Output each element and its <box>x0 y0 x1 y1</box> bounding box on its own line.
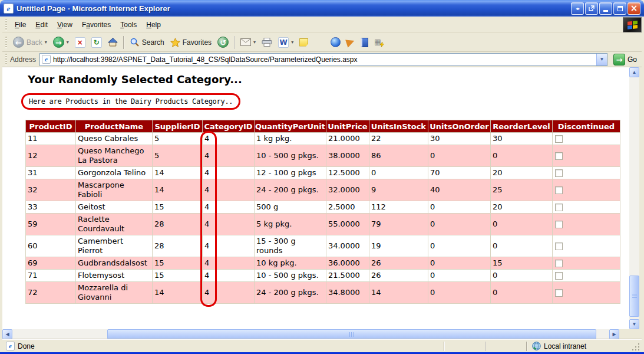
back-dropdown-chevron-icon[interactable]: ▾ <box>45 40 47 45</box>
cell-productname: Flotemysost <box>76 270 153 282</box>
ie-icon: e <box>4 4 14 14</box>
status-message: Done <box>18 342 35 350</box>
stop-button[interactable]: × <box>72 35 88 50</box>
mobile-favorites-button[interactable]: ▦ <box>371 36 386 48</box>
history-button[interactable]: ↺ <box>214 35 232 50</box>
horizontal-scrollbar[interactable]: ◀ ▶ <box>2 329 619 339</box>
print-button[interactable] <box>259 36 275 48</box>
discontinued-checkbox <box>555 242 563 250</box>
back-button[interactable]: ← Back ▾ <box>10 35 50 50</box>
go-button[interactable]: → Go <box>607 54 642 65</box>
column-header-reorderlevel: ReorderLevel <box>490 120 552 133</box>
cell-unitsinstock: 112 <box>369 201 428 214</box>
search-button[interactable]: Search <box>127 35 167 49</box>
home-icon <box>108 38 118 47</box>
column-header-unitprice: UnitPrice <box>326 120 369 133</box>
cell-productname: Gorgonzola Telino <box>76 167 153 179</box>
cell-quantityperunit: 10 kg pkg. <box>255 257 326 270</box>
address-input[interactable] <box>53 55 596 64</box>
cell-reorderlevel: 20 <box>490 201 552 214</box>
scroll-down-button[interactable]: ▼ <box>629 319 639 329</box>
cell-reorderlevel: 30 <box>490 133 552 145</box>
popout-icon <box>588 5 595 12</box>
cell-productid: 60 <box>26 235 76 257</box>
mail-dropdown-chevron-icon[interactable]: ▾ <box>253 40 256 45</box>
mail-button[interactable]: ▾ <box>237 37 259 48</box>
minimize-icon <box>603 10 608 12</box>
titlebar: e Untitled Page - Microsoft Internet Exp… <box>0 0 644 17</box>
close-icon: × <box>630 4 638 13</box>
table-row: 31Gorgonzola Telino14412 - 100 g pkgs12.… <box>26 167 620 179</box>
menu-help[interactable]: Help <box>141 18 166 31</box>
scroll-right-button[interactable]: ▶ <box>609 329 619 339</box>
research-button[interactable] <box>358 36 371 49</box>
cell-reorderlevel: 0 <box>490 270 552 282</box>
popout-window-button[interactable] <box>585 2 598 15</box>
cell-unitsinstock: 22 <box>369 133 428 145</box>
aim-icon <box>345 37 356 48</box>
vertical-scroll-thumb[interactable] <box>629 276 639 317</box>
cell-quantityperunit: 10 - 500 g pkgs. <box>255 270 326 282</box>
windows-flag-icon <box>628 21 637 30</box>
cell-unitprice: 32.0000 <box>326 179 369 201</box>
menu-tools[interactable]: Tools <box>115 18 141 31</box>
cell-reorderlevel: 15 <box>490 257 552 270</box>
menu-edit[interactable]: Edit <box>31 18 52 31</box>
aim-button[interactable] <box>344 37 358 48</box>
search-label: Search <box>142 38 164 47</box>
cell-discontinued <box>552 145 620 167</box>
cell-unitprice: 55.0000 <box>326 214 369 235</box>
resize-grip[interactable] <box>632 343 640 352</box>
cell-reorderlevel: 20 <box>490 167 552 179</box>
cell-discontinued <box>552 235 620 257</box>
discontinued-checkbox <box>555 152 563 160</box>
forward-dropdown-chevron-icon[interactable]: ▾ <box>67 40 69 45</box>
toolbar-grip[interactable] <box>5 19 7 31</box>
window-title: Untitled Page - Microsoft Internet Explo… <box>16 4 571 13</box>
discuss-button[interactable] <box>296 37 311 48</box>
go-arrow-icon: → <box>613 54 625 65</box>
toolbar-grip[interactable] <box>5 54 7 65</box>
products-table-body: 11Queso Cabrales541 kg pkg.21.0000223030… <box>26 133 620 304</box>
cell-unitprice: 21.5000 <box>326 270 369 282</box>
word-dropdown-chevron-icon[interactable]: ▾ <box>291 40 293 45</box>
address-dropdown-button[interactable]: ▼ <box>596 54 607 65</box>
column-header-supplierid: SupplierID <box>153 120 203 133</box>
messenger-button[interactable] <box>328 35 344 49</box>
cell-unitsonorder: 0 <box>428 257 490 270</box>
column-header-quantityperunit: QuantityPerUnit <box>255 120 326 133</box>
forward-button[interactable]: → ▾ <box>50 35 72 50</box>
menu-file[interactable]: File <box>10 18 31 31</box>
standard-buttons-toolbar: ← Back ▾ → ▾ × ↻ Search Favorites ↺ ▾ <box>2 33 642 52</box>
edit-with-word-button[interactable]: W ▾ <box>275 35 296 50</box>
cell-quantityperunit: 24 - 200 g pkgs. <box>255 179 326 201</box>
column-header-unitsonorder: UnitsOnOrder <box>428 120 490 133</box>
browser-window: e Untitled Page - Microsoft Internet Exp… <box>0 0 644 354</box>
cell-quantityperunit: 500 g <box>255 201 326 214</box>
minimize-button[interactable] <box>599 2 612 15</box>
vertical-scrollbar[interactable]: ▲ ▼ <box>629 67 639 329</box>
column-header-productid: ProductID <box>26 120 76 133</box>
left-right-arrows-button[interactable]: ◂▸ <box>571 2 584 15</box>
menu-view[interactable]: View <box>52 18 77 31</box>
menu-favorites[interactable]: Favorites <box>77 18 115 31</box>
cell-unitsonorder: 70 <box>428 167 490 179</box>
close-button[interactable]: × <box>628 2 640 15</box>
cell-unitsinstock: 26 <box>369 257 428 270</box>
page-content: Your Randomly Selected Category... Here … <box>2 67 632 329</box>
word-icon: W <box>278 37 289 48</box>
cell-supplierid: 14 <box>153 179 203 201</box>
favorites-button[interactable]: Favorites <box>167 36 214 49</box>
maximize-button[interactable] <box>613 2 626 15</box>
cell-discontinued <box>552 214 620 235</box>
scroll-up-button[interactable]: ▲ <box>629 67 639 77</box>
refresh-button[interactable]: ↻ <box>88 35 105 50</box>
home-button[interactable] <box>105 36 121 48</box>
scroll-left-button[interactable]: ◀ <box>2 329 12 339</box>
cell-unitsonorder: 40 <box>428 179 490 201</box>
column-header-discontinued: Discontinued <box>552 120 620 133</box>
cell-productname: Mozzarella di Giovanni <box>76 282 153 304</box>
toolbar-grip[interactable] <box>5 37 7 48</box>
horizontal-scroll-thumb[interactable] <box>107 329 596 339</box>
cell-unitsonorder: 0 <box>428 270 490 282</box>
